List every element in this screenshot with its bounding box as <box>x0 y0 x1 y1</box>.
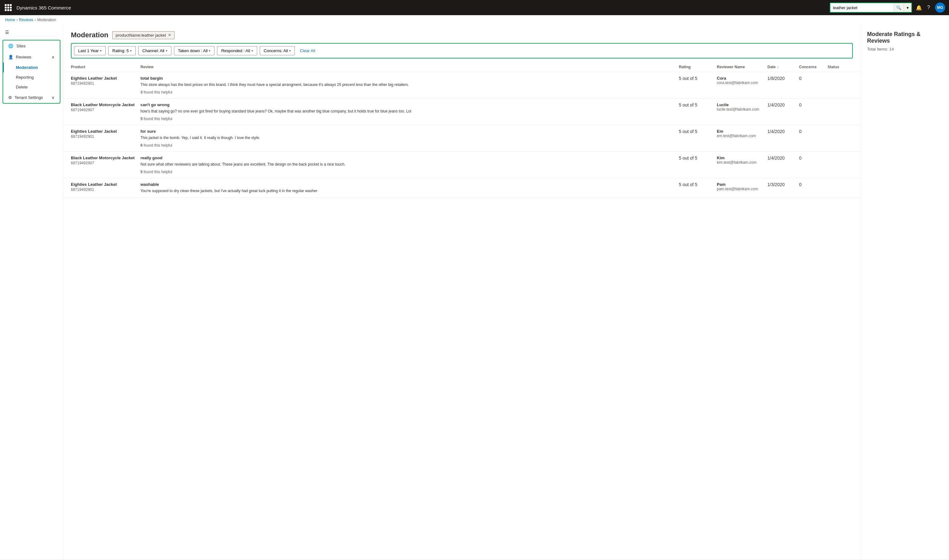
rating-filter-label: Rating: 5 <box>112 48 129 53</box>
avatar[interactable]: MG <box>935 3 945 12</box>
channel-filter-button[interactable]: Channel: All ▾ <box>138 46 171 55</box>
help-icon[interactable]: ? <box>927 5 930 11</box>
review-cell: really good Not sure what other reviewer… <box>140 155 679 174</box>
product-name: Black Leather Motorcycle Jacket <box>71 155 140 160</box>
column-header-product: Product <box>71 65 140 69</box>
table-row[interactable]: Eighties Leather Jacket 68719492901 for … <box>63 125 860 152</box>
reviewer-name: Pam <box>717 182 767 187</box>
rating-cell: 5 out of 5 <box>679 155 717 160</box>
year-filter-button[interactable]: Last 1 Year ▾ <box>74 46 106 55</box>
sidebar-item-sites[interactable]: 🌐 Sites <box>3 40 60 52</box>
sidebar-reviews-group[interactable]: 👤 Reviews ∧ <box>3 52 60 63</box>
main-layout: ☰ 🌐 Sites 👤 Reviews ∧ Moderation Reporti… <box>0 25 949 559</box>
search-dropdown-button[interactable]: ▾ <box>904 3 911 12</box>
review-cell: washable You're supposed to dry clean th… <box>140 182 679 194</box>
rating-filter-button[interactable]: Rating: 5 ▾ <box>108 46 136 55</box>
reporting-label: Reporting <box>16 75 34 80</box>
tenant-chevron-icon: ∨ <box>52 95 55 100</box>
reviewer-cell: Em em.test@fabrikam.com <box>717 129 767 138</box>
sidebar-tenant-settings-group[interactable]: ⚙ Tenant Settings ∨ <box>3 92 60 103</box>
sidebar-item-delete[interactable]: Delete <box>3 82 60 92</box>
waffle-menu[interactable] <box>4 3 13 12</box>
reviewer-email: kim.test@fabrikam.com <box>717 160 767 165</box>
channel-filter-chevron: ▾ <box>166 49 167 52</box>
responded-filter-chevron: ▾ <box>252 49 253 52</box>
review-body: how's that saying go? no one ever got fi… <box>140 108 679 114</box>
review-helpful: 5 found this helpful <box>140 170 679 174</box>
year-filter-label: Last 1 Year <box>78 48 99 53</box>
table-row[interactable]: Eighties Leather Jacket 68719492901 wash… <box>63 178 860 198</box>
breadcrumb-reviews[interactable]: Reviews <box>19 18 33 22</box>
date-cell: 1/4/2020 <box>767 129 799 134</box>
main-content-area: Moderation productName:leather jacket ✕ … <box>63 25 949 559</box>
reviews-chevron-icon: ∧ <box>52 55 55 59</box>
sidebar-reviews-label: Reviews <box>16 55 49 59</box>
product-name: Black Leather Motorcycle Jacket <box>71 102 140 107</box>
product-name: Eighties Leather Jacket <box>71 182 140 187</box>
search-button[interactable]: 🔍 <box>893 3 904 12</box>
breadcrumb-home[interactable]: Home <box>5 18 15 22</box>
taken-down-filter-button[interactable]: Taken down : All ▾ <box>174 46 215 55</box>
sidebar-item-moderation[interactable]: Moderation <box>3 63 60 72</box>
column-header-status: Status <box>827 65 853 69</box>
notification-icon[interactable]: 🔔 <box>916 5 922 11</box>
page-header: Moderation productName:leather jacket ✕ <box>63 25 860 43</box>
rating-cell: 5 out of 5 <box>679 76 717 81</box>
review-helpful: 3 found this helpful <box>140 90 679 94</box>
rating-filter-chevron: ▾ <box>130 49 131 52</box>
date-sort-icon: ↓ <box>777 65 779 69</box>
column-header-date[interactable]: Date ↓ <box>767 65 799 69</box>
reviewer-name: Cora <box>717 76 767 81</box>
product-id: 68719492901 <box>71 188 140 192</box>
sidebar: ☰ 🌐 Sites 👤 Reviews ∧ Moderation Reporti… <box>0 25 63 559</box>
table-row[interactable]: Black Leather Motorcycle Jacket 68719492… <box>63 98 860 125</box>
reviewer-cell: Pam pam.test@fabrikam.com <box>717 182 767 191</box>
product-cell: Black Leather Motorcycle Jacket 68719492… <box>71 155 140 165</box>
search-input[interactable] <box>830 3 893 12</box>
global-search-box[interactable]: 🔍 ▾ <box>830 3 912 12</box>
right-panel: Moderate Ratings & Reviews Total Items: … <box>860 25 949 559</box>
table-row[interactable]: Eighties Leather Jacket 68719492901 tota… <box>63 72 860 98</box>
concerns-filter-button[interactable]: Concerns: All ▾ <box>260 46 295 55</box>
sidebar-item-reporting[interactable]: Reporting <box>3 72 60 82</box>
column-header-concerns: Concerns <box>799 65 827 69</box>
review-helpful: 5 found this helpful <box>140 117 679 121</box>
sidebar-sites-label: Sites <box>17 44 26 48</box>
column-header-reviewer: Reviewer Name <box>717 65 767 69</box>
sidebar-tenant-label: Tenant Settings <box>15 95 49 100</box>
review-cell: can't go wrong how's that saying go? no … <box>140 102 679 121</box>
review-title: can't go wrong <box>140 102 679 107</box>
reviewer-cell: Kim kim.test@fabrikam.com <box>717 155 767 165</box>
responded-filter-button[interactable]: Responded : All ▾ <box>217 46 257 55</box>
product-name: Eighties Leather Jacket <box>71 76 140 81</box>
concerns-cell: 0 <box>799 76 827 81</box>
clear-all-button[interactable]: Clear All <box>297 46 318 55</box>
review-title: really good <box>140 155 679 160</box>
active-filter-tag: productName:leather jacket ✕ <box>112 31 174 39</box>
hamburger-icon: ☰ <box>5 30 9 35</box>
delete-label: Delete <box>16 85 28 89</box>
filter-tag-text: productName:leather jacket <box>116 33 166 38</box>
responded-filter-label: Responded : All <box>221 48 250 53</box>
date-cell: 1/4/2020 <box>767 155 799 160</box>
review-body: Not sure what other reviewers are talkin… <box>140 162 679 167</box>
rating-cell: 5 out of 5 <box>679 129 717 134</box>
table-row[interactable]: Black Leather Motorcycle Jacket 68719492… <box>63 152 860 178</box>
reviewer-cell: Lucile lucile.test@fabrikam.com <box>717 102 767 112</box>
reviewer-email: em.test@fabrikam.com <box>717 134 767 138</box>
review-body: This jacket is the bomb. Yep, I said it.… <box>140 135 679 141</box>
concerns-cell: 0 <box>799 155 827 160</box>
content-area: Moderation productName:leather jacket ✕ … <box>63 25 860 559</box>
column-header-review: Review <box>140 65 679 69</box>
review-title: total bargin <box>140 76 679 81</box>
sidebar-collapse-button[interactable]: ☰ <box>0 27 63 37</box>
product-id: 68719492907 <box>71 161 140 165</box>
app-title: Dynamics 365 Commerce <box>17 5 826 11</box>
product-id: 68719492901 <box>71 134 140 139</box>
reviewer-name: Em <box>717 129 767 134</box>
rating-cell: 5 out of 5 <box>679 182 717 187</box>
concerns-cell: 0 <box>799 129 827 134</box>
concerns-cell: 0 <box>799 102 827 108</box>
breadcrumb: Home › Reviews › Moderation <box>0 15 949 25</box>
filter-tag-close-button[interactable]: ✕ <box>168 33 171 37</box>
